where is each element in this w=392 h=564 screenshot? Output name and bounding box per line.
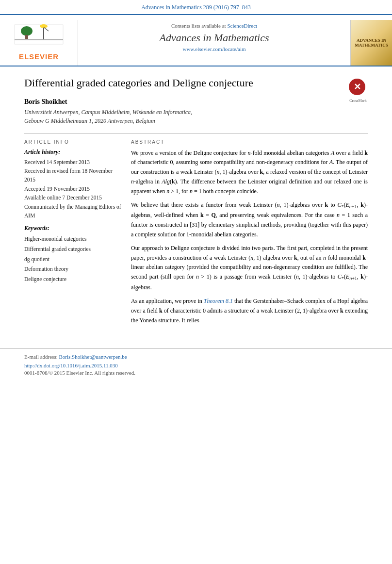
elsevier-logo-area: ELSEVIER — [0, 20, 78, 66]
article-content: Differential graded categories and Delig… — [0, 66, 392, 339]
footer-email-line: E-mail address: Boris.Shoikhet@uantwerpe… — [24, 354, 368, 360]
crossmark-icon: ✕ — [348, 78, 366, 96]
svg-rect-0 — [15, 25, 63, 44]
email-link[interactable]: Boris.Shoikhet@uantwerpen.be — [59, 354, 127, 360]
abstract-paragraph-3: Our approach to Deligne conjecture is di… — [131, 244, 368, 293]
elsevier-wordmark: ELSEVIER — [19, 52, 59, 61]
article-info-header: ARTICLE INFO — [24, 139, 121, 145]
keywords-label: Keywords: — [24, 225, 121, 232]
email-label: E-mail address: — [24, 354, 58, 360]
elsevier-logo-icon — [10, 22, 68, 50]
keywords-list: Higher-monoidal categories Differential … — [24, 234, 121, 284]
keyword-1: Higher-monoidal categories — [24, 234, 121, 244]
available-online: Available online 7 December 2015 — [24, 195, 102, 200]
approach-word: approach — [142, 245, 163, 251]
two-columns-layout: ARTICLE INFO Article history: Received 1… — [24, 139, 368, 330]
received-date-1: Received 14 September 2013 — [24, 159, 90, 165]
journal-center-info: Contents lists available at ScienceDirec… — [78, 20, 351, 66]
journal-corner-image: ADVANCES IN MATHEMATICS — [351, 20, 392, 66]
corner-text: ADVANCES IN MATHEMATICS — [352, 35, 391, 50]
journal-title: Advances in Mathematics — [83, 32, 345, 44]
article-history-dates: Received 14 September 2013 Received in r… — [24, 158, 121, 220]
abstract-paragraph-2: We believe that there exists a functor f… — [131, 200, 368, 240]
communicated-by: Communicated by the Managing Editors of … — [24, 204, 121, 218]
abstract-paragraph-4: As an application, we prove in Theorem 8… — [131, 297, 368, 325]
keyword-5: Deligne conjecture — [24, 274, 121, 284]
crossmark-badge[interactable]: ✕ CrossMark — [348, 78, 368, 98]
author-affiliation: Universiteit Antwerpen, Campus Middelhei… — [24, 108, 368, 125]
accepted-date: Accepted 19 November 2015 — [24, 186, 90, 192]
svg-text:✕: ✕ — [354, 82, 361, 92]
journal-url[interactable]: www.elsevier.com/locate/aim — [83, 46, 345, 52]
abstract-column: ABSTRACT We prove a version of the Delig… — [131, 139, 368, 330]
section-divider — [24, 133, 368, 133]
journal-header: ELSEVIER Contents lists available at Sci… — [0, 15, 392, 66]
article-info-column: ARTICLE INFO Article history: Received 1… — [24, 139, 121, 330]
title-row: Differential graded categories and Delig… — [24, 76, 368, 98]
abstract-header: ABSTRACT — [131, 139, 368, 145]
theorem-ref: Theorem 8.1 — [204, 298, 233, 304]
abstract-paragraph-1: We prove a version of the Deligne conjec… — [131, 149, 368, 197]
article-title: Differential graded categories and Delig… — [24, 76, 253, 90]
keyword-4: Deformation theory — [24, 264, 121, 274]
footer-area: E-mail address: Boris.Shoikhet@uantwerpe… — [0, 348, 392, 381]
abstract-body: We prove a version of the Deligne conjec… — [131, 149, 368, 326]
footer-copyright: 0001-8708/© 2015 Elsevier Inc. All right… — [24, 370, 368, 376]
sciencedirect-link[interactable]: ScienceDirect — [227, 23, 257, 29]
footer-doi[interactable]: http://dx.doi.org/10.1016/j.aim.2015.11.… — [24, 363, 368, 368]
author-name: Boris Shoikhet — [24, 98, 368, 106]
svg-point-1 — [21, 26, 33, 36]
article-history-label: Article history: — [24, 149, 121, 156]
journal-ref-text: Advances in Mathematics 289 (2016) 797–8… — [141, 4, 251, 11]
keyword-2: Differential graded categories — [24, 244, 121, 254]
contents-text: Contents lists available at — [171, 23, 226, 29]
svg-rect-2 — [25, 35, 28, 39]
journal-reference: Advances in Mathematics 289 (2016) 797–8… — [0, 0, 392, 15]
svg-line-5 — [44, 27, 49, 31]
received-revised: Received in revised form 18 November 201… — [24, 168, 113, 182]
contents-line: Contents lists available at ScienceDirec… — [83, 23, 345, 29]
keyword-3: dg quotient — [24, 254, 121, 265]
